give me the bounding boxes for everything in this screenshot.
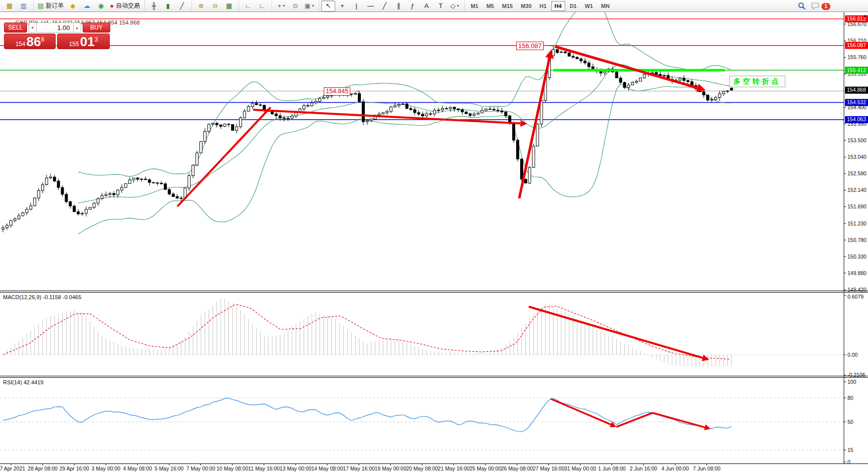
channel-button[interactable]: ∥ (391, 1, 405, 12)
profiles-button[interactable]: ▥ (17, 1, 31, 12)
candle (81, 213, 84, 214)
signals-button[interactable]: ◉ (94, 1, 108, 12)
templates-button[interactable]: ▣▾ (302, 1, 316, 12)
community-icon: ☁ (84, 3, 90, 9)
timeframe-w1[interactable]: W1 (581, 1, 597, 11)
timeframe-d1[interactable]: D1 (566, 1, 580, 11)
candle (394, 106, 396, 107)
candle (568, 53, 570, 56)
time-axis-label: 14 May 08:00 (311, 465, 343, 471)
chart-shift-button[interactable]: ∟ (255, 1, 269, 12)
candle (14, 219, 16, 220)
candle (113, 193, 115, 195)
candle (240, 118, 242, 127)
time-axis-label: 4 May 08:00 (123, 465, 152, 471)
periods-button[interactable]: ⊙ (288, 1, 302, 12)
candlestick-chart-button[interactable]: ▮ (161, 1, 175, 12)
candle (200, 141, 202, 153)
chevron-down-icon[interactable]: ▾ (457, 4, 459, 8)
timeframe-m1[interactable]: M1 (467, 1, 482, 11)
new-chart-button[interactable]: ▦ (3, 1, 17, 12)
horizontal-line-button[interactable]: — (363, 1, 377, 12)
volume-input[interactable]: 1.00 (36, 23, 74, 33)
search-icon[interactable] (798, 2, 806, 10)
pane-separator[interactable] (0, 376, 868, 376)
timeframe-h4[interactable]: H4 (551, 1, 565, 11)
sell-button[interactable]: SELL (4, 23, 27, 33)
candle (481, 110, 483, 113)
price-axis-tick: 150.780 (847, 237, 866, 243)
line-chart-button[interactable]: ╱ (175, 1, 189, 12)
pane-separator[interactable] (0, 463, 868, 464)
zoom-in-button[interactable]: ⊕ (194, 1, 208, 12)
pane-separator[interactable] (0, 291, 868, 291)
pane-separator[interactable] (0, 377, 868, 378)
buy-button[interactable]: BUY (83, 23, 110, 33)
candle (469, 114, 472, 115)
candle (247, 107, 250, 111)
candle (528, 167, 531, 183)
price-label-156087[interactable]: 156.087 (516, 42, 544, 50)
candle (42, 185, 44, 191)
turning-point-note[interactable]: 多空转折点 (729, 76, 785, 87)
text-button[interactable]: A (419, 1, 433, 12)
candle (505, 112, 507, 116)
time-axis-label: 7 Jun 08:00 (693, 465, 721, 471)
bar-chart-button[interactable]: ╫ (147, 1, 161, 12)
candle (687, 81, 689, 82)
candle (326, 96, 329, 98)
autotrading-icon: ● (110, 3, 114, 9)
chat-icon[interactable] (811, 2, 820, 10)
candle (73, 206, 76, 211)
community-button[interactable]: ☁ (80, 1, 94, 12)
timeframe-m5[interactable]: M5 (483, 1, 497, 11)
scroll-up-icon[interactable]: ▲ (863, 14, 867, 18)
crosshair-button[interactable]: + (335, 1, 349, 12)
new-order-button[interactable]: ▤新订单 (36, 1, 66, 12)
candle (703, 92, 705, 95)
auto-scroll-icon: ∟ (245, 3, 252, 9)
pane-separator[interactable] (0, 292, 868, 293)
price-axis-tick: 150.330 (847, 254, 866, 260)
buy-price-display[interactable]: 155013 (57, 34, 110, 49)
arrows-button[interactable]: ◇▾ (448, 1, 462, 12)
candle (513, 124, 515, 140)
sell-price-display[interactable]: 154868 (4, 34, 56, 49)
timeframe-h1[interactable]: H1 (536, 1, 550, 11)
chevron-down-icon[interactable]: ▾ (283, 4, 285, 8)
candle (57, 181, 60, 187)
candle (180, 198, 182, 198)
volume-increase-button[interactable]: ▲ (74, 23, 81, 33)
cursor-button[interactable]: ↖ (321, 1, 335, 12)
autotrading-button-label: 自动交易 (116, 2, 140, 10)
vertical-line-button[interactable]: | (349, 1, 363, 12)
trendline-button[interactable]: ╱ (377, 1, 391, 12)
auto-scroll-button[interactable]: ∟ (241, 1, 255, 12)
gold-button[interactable]: ◆ (66, 1, 80, 12)
buy-price-point: 3 (95, 37, 98, 43)
fibonacci-button[interactable]: ƒ (405, 1, 419, 12)
volume-decrease-button[interactable]: ▼ (29, 23, 36, 33)
candle (77, 211, 80, 213)
notification-badge[interactable]: 1 (821, 3, 831, 11)
candle (259, 105, 262, 105)
timeframe-mn[interactable]: MN (597, 1, 613, 11)
candle (556, 50, 559, 53)
add-indicator-button[interactable]: +▾ (274, 1, 288, 12)
chevron-down-icon[interactable]: ▾ (312, 4, 314, 8)
price-axis-tick: 149.420 (847, 287, 866, 293)
zoom-out-button[interactable]: ⊖ (208, 1, 222, 12)
candle (236, 127, 238, 130)
candle (188, 176, 190, 188)
time-axis-label: 1 Jun 08:00 (598, 465, 625, 471)
price-label-154845[interactable]: 154.845 (324, 87, 350, 96)
autotrading-button[interactable]: ●自动交易 (108, 1, 142, 12)
clock-icon: ⊙ (293, 3, 298, 9)
timeframe-m15[interactable]: M15 (499, 1, 516, 11)
timeframe-m30[interactable]: M30 (517, 1, 535, 11)
candle (49, 177, 52, 178)
candle (61, 187, 64, 194)
candle (398, 105, 400, 106)
text-label-button[interactable]: T (433, 1, 448, 12)
tile-windows-button[interactable]: ▦ (222, 1, 236, 12)
